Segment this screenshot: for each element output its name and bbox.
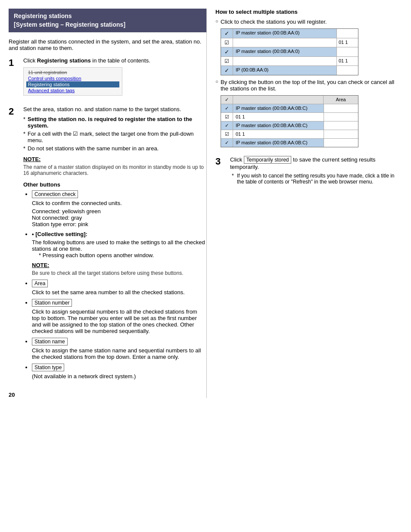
- page-number: 20: [9, 392, 206, 398]
- note-label-2: NOTE:: [32, 262, 206, 268]
- step-2: 2 Set the area, station no. and station …: [9, 106, 206, 383]
- step-2-title: Set the area, station no. and station na…: [23, 106, 206, 112]
- t2-main-1: IP master station (00:0B:AA:0B:C): [233, 104, 324, 112]
- note-label-1: NOTE:: [23, 156, 206, 162]
- header-area: Area: [324, 96, 358, 104]
- right-column: How to select multiple stations Click to…: [215, 9, 402, 398]
- table-row-5: ✓ IP (00:0B:AA:0): [221, 66, 358, 75]
- table-row-2: ☑ 01 1: [221, 38, 358, 47]
- step-3-content: Click Temporarily stored to save the cur…: [230, 156, 402, 185]
- main-cell-2: [233, 38, 336, 47]
- t2-check-5: ✓: [221, 139, 233, 147]
- station-number-button[interactable]: Station number: [32, 299, 72, 307]
- bullet-2-text: For a cell with the ☑ mark, select the t…: [28, 131, 194, 143]
- header-main: [233, 96, 324, 104]
- num-cell-1: [336, 29, 358, 38]
- check-cell-2: ☑: [221, 38, 233, 47]
- intro-text: Register all the stations connected in t…: [9, 38, 206, 51]
- check-cell-5: ✓: [221, 66, 233, 75]
- nav-item-advanced[interactable]: Advanced station tags: [26, 87, 119, 93]
- station-name-button[interactable]: Station name: [32, 338, 68, 345]
- station-type-button[interactable]: Station type: [32, 364, 64, 371]
- collective-setting-item: • [Collective setting]: The following bu…: [32, 231, 206, 276]
- other-buttons-list: Connection check Click to confirm the co…: [23, 190, 206, 380]
- station-name-item: Station name Click to assign the same st…: [32, 338, 206, 360]
- area-item: Area Click to set the same area number t…: [32, 280, 206, 296]
- collective-setting-label: • [Collective setting]:: [32, 231, 87, 237]
- right-bullet-1: Click to check the stations you will reg…: [215, 19, 402, 25]
- nav-item-registering[interactable]: Registering stations: [26, 81, 119, 87]
- t2-check-4: ☑: [221, 130, 233, 138]
- bullet-3-text: Do not set stations with the same number…: [28, 145, 159, 152]
- stations-table-2: ✓ Area ✓ IP master station (00:0B:AA:0B:…: [221, 95, 358, 147]
- navigation-preview: 11 unit registration Control units compo…: [23, 67, 122, 96]
- table-row-3: ✓ IP master station (00:0B:AA:0): [221, 47, 358, 57]
- check-cell-3: ✓: [221, 47, 233, 56]
- step-1-content: Click Registering stations in the table …: [23, 57, 206, 99]
- station-name-desc: Click to assign the same station name an…: [32, 347, 206, 360]
- step-1-link[interactable]: Registering stations: [37, 57, 91, 64]
- collective-note1: * Pressing each button opens another win…: [32, 252, 206, 258]
- page-title-box: Registering stations [System setting – R…: [9, 9, 206, 32]
- step-1-title: Click Registering stations in the table …: [23, 57, 206, 64]
- t2-row-3: ✓ IP master station (00:0B:AA:0B:C): [221, 121, 358, 130]
- step-1-after: in the table of contents.: [91, 57, 150, 64]
- t2-area-1: [324, 104, 358, 112]
- right-bullet-2: By clicking the button on the top of the…: [215, 79, 402, 92]
- step-2-bullets: Setting the station no. is required to r…: [23, 116, 206, 152]
- step-3: 3 Click Temporarily stored to save the c…: [215, 156, 402, 185]
- other-buttons-heading: Other buttons: [23, 181, 206, 188]
- bullet-1-text: Setting the station no. is required to r…: [28, 116, 192, 129]
- t2-row-2: ☑ 01 1: [221, 113, 358, 121]
- stations-table-1: ✓ IP master station (00:0B:AA:0) ☑ 01 1 …: [221, 28, 358, 75]
- t2-row-5: ✓ IP master station (00:0B:AA:0B:C): [221, 139, 358, 147]
- note-text-1: The name of a master station displayed o…: [23, 164, 206, 176]
- step-2-bullet-2: For a cell with the ☑ mark, select the t…: [23, 131, 206, 143]
- num-cell-5: [336, 66, 358, 75]
- note-text-2: Be sure to check all the target stations…: [32, 270, 206, 276]
- station-number-desc: Click to assign sequential numbers to al…: [32, 308, 206, 334]
- t2-row-1: ✓ IP master station (00:0B:AA:0B:C): [221, 104, 358, 113]
- num-cell-4: 01 1: [336, 57, 358, 65]
- t2-area-5: [324, 139, 358, 147]
- t2-main-5: IP master station (00:0B:AA:0B:C): [233, 139, 324, 147]
- temporarily-stored-button[interactable]: Temporarily stored: [244, 156, 292, 164]
- main-cell-4: [233, 57, 336, 65]
- t2-check-3: ✓: [221, 121, 233, 130]
- area-button[interactable]: Area: [32, 280, 48, 287]
- not-connected-status: Not connected: gray: [32, 215, 206, 221]
- step-2-bullet-1: Setting the station no. is required to r…: [23, 116, 206, 129]
- main-cell-5: IP (00:0B:AA:0): [233, 66, 336, 75]
- station-type-item: Station type (Not available in a network…: [32, 364, 206, 380]
- t2-check-1: ✓: [221, 104, 233, 112]
- step-3-note: If you wish to cancel the setting result…: [230, 173, 402, 185]
- num-cell-3: [336, 47, 358, 56]
- t2-check-2: ☑: [221, 113, 233, 121]
- connection-check-button[interactable]: Connection check: [32, 190, 78, 198]
- main-cell-3: IP master station (00:0B:AA:0): [233, 47, 336, 56]
- step-2-number: 2: [9, 106, 19, 383]
- status-lines: Connected: yellowish green Not connected…: [32, 208, 206, 227]
- check-cell-4: ☑: [221, 57, 233, 65]
- t2-row-4: ☑ 01 1: [221, 130, 358, 139]
- t2-area-2: [324, 113, 358, 121]
- t2-main-3: IP master station (00:0B:AA:0B:C): [233, 121, 324, 130]
- num-cell-2: 01 1: [336, 38, 358, 47]
- collective-desc: The following buttons are used to make t…: [32, 239, 206, 252]
- t2-area-4: [324, 130, 358, 138]
- step-2-bullet-3: Do not set stations with the same number…: [23, 145, 206, 152]
- step-1-number: 1: [9, 57, 19, 99]
- t2-main-2: 01 1: [233, 113, 324, 121]
- nav-item-control-units[interactable]: Control units composition: [26, 75, 119, 81]
- page-title-line1: Registering stations: [14, 12, 72, 19]
- station-number-item: Station number Click to assign sequentia…: [32, 299, 206, 334]
- area-desc: Click to set the same area number to all…: [32, 289, 206, 296]
- left-column: Registering stations [System setting – R…: [9, 9, 207, 398]
- step-2-content: Set the area, station no. and station na…: [23, 106, 206, 383]
- station-type-error-status: Station type error: pink: [32, 221, 206, 227]
- connection-check-item: Connection check Click to confirm the co…: [32, 190, 206, 227]
- step-3-text: Click Temporarily stored to save the cur…: [230, 156, 402, 170]
- step-3-number: 3: [215, 156, 226, 185]
- table-2-header: ✓ Area: [221, 96, 358, 104]
- t2-main-4: 01 1: [233, 130, 324, 138]
